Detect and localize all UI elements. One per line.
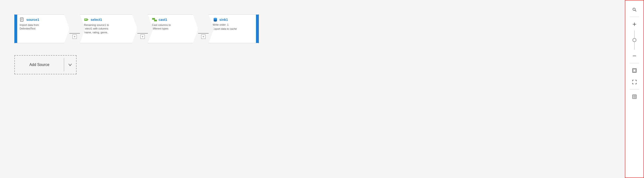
node-header-cast1: cast1 <box>152 17 194 22</box>
svg-rect-6 <box>85 19 86 20</box>
svg-rect-8 <box>154 20 157 21</box>
zoom-out-icon <box>632 54 636 58</box>
node-stripe-sink1 <box>256 15 258 43</box>
node-header-select1: select1 <box>84 17 134 22</box>
right-toolbar <box>625 0 644 178</box>
node-body-sink1: sink1 Write order: 1 Export data to cach… <box>209 15 256 43</box>
add-source-chevron-btn[interactable] <box>64 56 76 74</box>
zoom-track <box>634 31 635 50</box>
node-subtitle-cast1: Cast columns to different types <box>152 23 194 31</box>
node-stripe-source1 <box>15 15 17 43</box>
node-sink1[interactable]: sink1 Write order: 1 Export data to cach… <box>208 14 259 43</box>
node-subtitle-source1: Import data from DelimitedText <box>20 23 66 31</box>
data-preview-icon <box>632 94 637 99</box>
zoom-out-button[interactable] <box>629 51 640 61</box>
add-source-box[interactable]: Add Source <box>14 55 76 74</box>
chevron-down-icon <box>68 63 72 67</box>
zoom-slider[interactable] <box>625 31 644 50</box>
sink-icon <box>213 17 218 22</box>
node-header-source1: source1 <box>20 17 66 22</box>
fit-page-icon <box>632 68 637 73</box>
node-write-order-sink1: Write order: 1 <box>213 23 252 26</box>
fit-page-button[interactable] <box>629 65 640 76</box>
connector-line-2 <box>137 33 148 34</box>
fit-selection-icon <box>632 80 637 84</box>
search-button[interactable] <box>629 4 640 15</box>
connector-line-1 <box>70 33 80 34</box>
separator-3 <box>630 89 639 90</box>
node-select1[interactable]: select1 Renaming source1 to select1 with… <box>80 14 137 43</box>
add-step-3-btn[interactable]: + <box>201 35 206 39</box>
node-subtitle-sink1: Export data to cache <box>213 27 252 31</box>
svg-marker-5 <box>88 19 89 20</box>
search-icon <box>632 8 636 12</box>
add-step-2-btn[interactable]: + <box>140 35 145 39</box>
node-title-sink1: sink1 <box>219 18 228 22</box>
node-source1[interactable]: source1 Import data from DelimitedText <box>14 14 70 43</box>
svg-marker-10 <box>153 20 154 21</box>
source-icon <box>20 17 25 22</box>
node-title-select1: select1 <box>91 18 102 22</box>
cast-icon <box>152 17 157 22</box>
add-source-label: Add Source <box>15 56 64 74</box>
canvas-area: source1 Import data from DelimitedText + <box>0 0 625 178</box>
svg-rect-7 <box>152 18 155 20</box>
node-body-select1: select1 Renaming source1 to select1 with… <box>80 15 137 43</box>
add-step-1-btn[interactable]: + <box>72 35 77 39</box>
connector-3: + <box>198 19 208 39</box>
node-title-cast1: cast1 <box>158 18 167 22</box>
zoom-in-icon <box>632 22 636 26</box>
zoom-thumb[interactable] <box>632 38 636 42</box>
svg-rect-21 <box>633 69 636 72</box>
svg-rect-22 <box>632 95 636 99</box>
node-cast1[interactable]: cast1 Cast columns to different types <box>148 14 198 43</box>
connector-2: + <box>137 19 148 39</box>
svg-point-13 <box>214 20 217 22</box>
node-title-source1: source1 <box>26 18 39 22</box>
connector-1: + <box>70 19 80 39</box>
node-header-sink1: sink1 <box>213 17 252 22</box>
fit-selection-button[interactable] <box>629 77 640 87</box>
connector-line-3 <box>198 33 208 34</box>
zoom-in-button[interactable] <box>629 19 640 30</box>
pipeline-row: source1 Import data from DelimitedText + <box>14 14 610 43</box>
svg-point-14 <box>214 18 217 19</box>
svg-rect-20 <box>632 69 636 72</box>
separator-2 <box>630 63 639 63</box>
node-body-cast1: cast1 Cast columns to different types <box>148 15 198 43</box>
separator-1 <box>630 17 639 17</box>
select-icon <box>84 17 89 22</box>
data-preview-button[interactable] <box>629 92 640 102</box>
node-subtitle-select1: Renaming source1 to select1 with columns… <box>84 23 134 34</box>
svg-line-16 <box>635 10 636 12</box>
svg-marker-9 <box>155 19 156 19</box>
node-body-source1: source1 Import data from DelimitedText <box>17 15 69 43</box>
